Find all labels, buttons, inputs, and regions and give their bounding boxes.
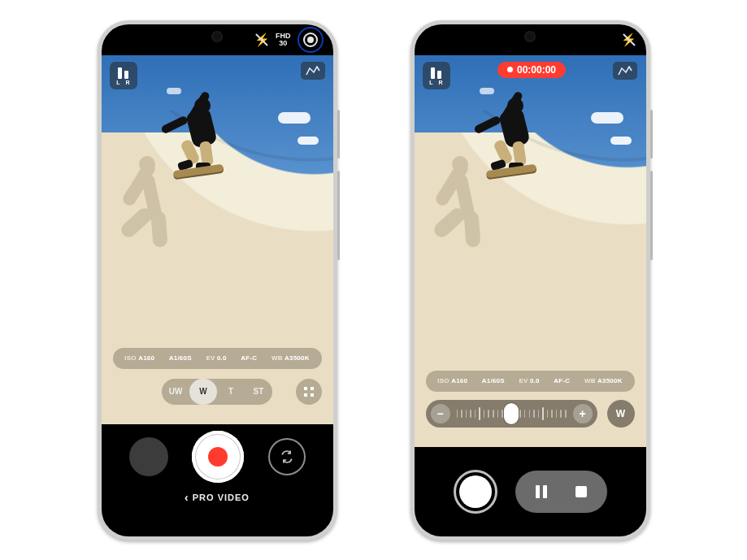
lens-wide-button[interactable]: W (189, 379, 217, 405)
record-button[interactable] (192, 431, 244, 483)
audio-left-label: L (429, 80, 432, 85)
af-param[interactable]: AF-C (554, 377, 570, 384)
lens-selector-row: UW W T ST (113, 379, 322, 405)
front-camera-punchhole (526, 33, 534, 41)
histogram-icon (306, 66, 320, 76)
recording-time-label: 00:00:00 (517, 64, 556, 76)
flash-off-icon[interactable]: ⚡ (254, 33, 269, 47)
settings-icon (303, 33, 318, 47)
camera-switch-icon (279, 449, 295, 465)
zoom-slider[interactable]: − + (426, 400, 597, 428)
pause-button[interactable] (522, 477, 561, 506)
iso-param[interactable]: ISO A160 (437, 377, 467, 384)
lens-ultrawide-button[interactable]: UW (162, 379, 189, 405)
scene-skateboarder (471, 88, 553, 202)
shutter-param[interactable]: A1/60S (169, 354, 192, 362)
expand-controls-button[interactable] (296, 379, 322, 405)
viewfinder[interactable]: L R 00:00:00 ISO A160 A1/60S EV 0.0 AF-C… (415, 55, 646, 447)
record-dot-icon (208, 447, 228, 467)
scene-skateboarder (159, 88, 240, 202)
fps-label: 30 (279, 40, 287, 47)
audio-level-meter[interactable]: L R (110, 62, 137, 89)
svg-rect-3 (311, 393, 314, 397)
lens-tele-button[interactable]: T (217, 379, 245, 405)
zoom-in-button[interactable]: + (573, 404, 593, 423)
stop-button[interactable] (561, 477, 601, 506)
histogram-button[interactable] (301, 62, 325, 80)
wb-param[interactable]: WB A3500K (271, 354, 310, 362)
pause-icon (536, 485, 547, 498)
screen: ⚡ FHD 30 (102, 24, 333, 536)
ev-param[interactable]: EV 0.0 (519, 377, 539, 384)
lens-selector: UW W T ST (162, 379, 272, 405)
bottom-controls: PRO VIDEO (102, 424, 333, 536)
lens-current-button[interactable]: W (607, 400, 635, 428)
svg-rect-1 (311, 387, 314, 390)
screen: ⚡ L R (415, 24, 646, 536)
audio-right-label: R (126, 80, 130, 85)
histogram-button[interactable] (613, 62, 637, 80)
bottom-controls (415, 447, 646, 536)
exposure-params-bar[interactable]: ISO A160 A1/60S EV 0.0 AF-C WB A3500K (426, 371, 635, 392)
audio-right-label: R (439, 80, 443, 85)
svg-rect-2 (304, 393, 307, 397)
capture-still-button[interactable] (454, 470, 497, 514)
audio-left-label: L (116, 80, 119, 85)
video-quality-indicator[interactable]: FHD 30 (276, 33, 291, 47)
zoom-out-button[interactable]: − (431, 404, 450, 423)
svg-rect-0 (304, 387, 307, 390)
iso-param[interactable]: ISO A160 (124, 354, 154, 362)
histogram-icon (618, 66, 632, 76)
audio-level-meter[interactable]: L R (423, 62, 450, 89)
camera-switch-button[interactable] (268, 438, 306, 475)
mode-label[interactable]: PRO VIDEO (185, 491, 250, 504)
lens-supertele-button[interactable]: ST (245, 379, 272, 405)
zoom-thumb[interactable] (504, 403, 519, 424)
pause-stop-group (515, 471, 607, 513)
exposure-params-bar[interactable]: ISO A160 A1/60S EV 0.0 AF-C WB A3500K (113, 348, 322, 369)
viewfinder[interactable]: L R ISO A160 A1/60S EV 0.0 AF-C WB A3500… (102, 55, 333, 424)
zoom-track[interactable] (455, 405, 568, 423)
af-param[interactable]: AF-C (241, 354, 257, 362)
phone-left: ⚡ FHD 30 (98, 20, 337, 540)
wb-param[interactable]: WB A3500K (584, 377, 623, 384)
ev-param[interactable]: EV 0.0 (206, 354, 226, 362)
flash-off-icon[interactable]: ⚡ (622, 33, 636, 47)
stop-icon (575, 486, 587, 497)
settings-button[interactable] (297, 27, 324, 53)
gallery-thumbnail[interactable] (129, 437, 168, 476)
front-camera-punchhole (213, 33, 221, 41)
recording-timer: 00:00:00 (497, 62, 566, 78)
expand-icon (303, 386, 315, 397)
zoom-row: − + W (426, 400, 635, 428)
phone-right: ⚡ L R (410, 20, 650, 540)
shutter-param[interactable]: A1/60S (482, 377, 505, 384)
